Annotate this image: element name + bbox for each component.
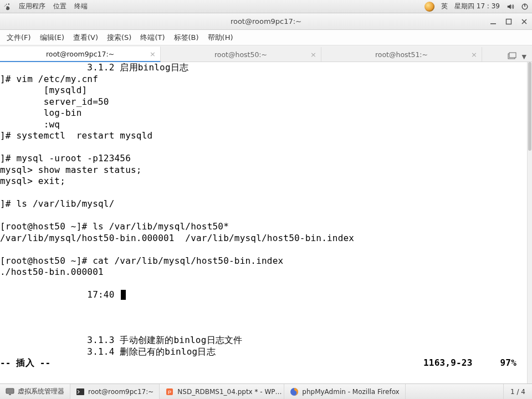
gnome-foot-icon <box>3 3 11 11</box>
task-terminal[interactable]: root@room9pc17:~ <box>70 384 160 399</box>
terminal-line: ]# vim /etc/my.cnf <box>0 74 526 85</box>
terminal-line: mysql> exit; <box>0 176 526 187</box>
menu-help[interactable]: 帮助(H) <box>203 31 238 44</box>
svg-rect-6 <box>6 388 14 393</box>
terminal-line <box>0 278 526 290</box>
task-firefox[interactable]: phpMyAdmin - Mozilla Firefox <box>284 384 405 399</box>
tabbar: root@room9pc17:~ × root@host50:~ × root@… <box>0 45 532 62</box>
menu-places[interactable]: 位置 <box>53 2 66 11</box>
tab-label: root@host51:~ <box>375 50 428 59</box>
terminal-line: [root@host50 ~]# cat /var/lib/mysql/host… <box>0 255 526 267</box>
svg-rect-7 <box>9 394 11 395</box>
monitor-icon <box>6 387 14 396</box>
task-label: phpMyAdmin - Mozilla Firefox <box>302 388 399 396</box>
volume-icon[interactable] <box>507 3 514 11</box>
terminal-line <box>0 210 526 222</box>
tab-host50[interactable]: root@host50:~ × <box>161 47 321 62</box>
tab-label: root@room9pc17:~ <box>46 50 114 58</box>
terminal-line: ]# ls /var/lib/mysql/ <box>0 198 526 210</box>
terminal-line: :wq <box>0 119 526 131</box>
vim-mode: -- 插入 -- <box>0 357 50 369</box>
tab-room9pc17[interactable]: root@room9pc17:~ × <box>0 47 161 62</box>
window-close-button[interactable] <box>520 17 529 26</box>
scrollbar-thumb[interactable] <box>528 62 531 151</box>
terminal-line: 3.1.4 删除已有的binlog日志 <box>0 346 526 358</box>
terminal-icon <box>76 387 85 396</box>
menu-view[interactable]: 查看(V) <box>69 31 103 44</box>
workspace-indicator: 1 / 4 <box>510 388 525 396</box>
terminal-line: 3.1.3 手动创建新的binlog日志文件 <box>0 335 526 346</box>
window-title: root@room9pc17:~ <box>231 17 301 25</box>
menu-applications[interactable]: 应用程序 <box>19 2 45 11</box>
svg-rect-3 <box>507 19 511 24</box>
chevron-down-icon[interactable]: ▼ <box>522 53 526 60</box>
terminal-line <box>0 142 526 154</box>
terminal-line: 3.1.2 启用binlog日志 <box>0 62 526 74</box>
task-virt-manager[interactable]: 虚拟系统管理器 <box>0 384 70 399</box>
terminal-line: server_id=50 <box>0 96 526 108</box>
menu-terminal[interactable]: 终端(T) <box>136 31 169 44</box>
gnome-top-panel: 应用程序 位置 终端 英 星期四 17 : 39 <box>0 0 532 13</box>
terminal-line: ]# mysql -uroot -p123456 <box>0 153 526 165</box>
vim-statusline: -- 插入 --1163,9-2397% <box>0 357 526 369</box>
terminal-line <box>0 244 526 255</box>
terminal-line <box>0 301 526 313</box>
svg-text:P: P <box>168 390 171 395</box>
close-icon[interactable]: × <box>310 50 316 59</box>
presentation-icon: P <box>165 387 174 396</box>
svg-rect-8 <box>76 388 84 395</box>
terminal-line: 17:40 <box>0 289 526 301</box>
terminal-line <box>0 312 526 324</box>
clock[interactable]: 星期四 17 : 39 <box>454 2 500 11</box>
ime-indicator[interactable]: 英 <box>441 2 448 11</box>
new-tab-icon[interactable] <box>508 52 516 62</box>
menu-file[interactable]: 文件(F) <box>2 31 35 44</box>
menubar: 文件(F) 编辑(E) 查看(V) 搜索(S) 终端(T) 标签(B) 帮助(H… <box>0 30 532 45</box>
terminal-window: root@room9pc17:~ 文件(F) 编辑(E) 查看(V) 搜索(S)… <box>0 13 532 383</box>
task-wps[interactable]: P NSD_RDBMS1_04.pptx * - WP… <box>160 384 284 399</box>
close-icon[interactable]: × <box>150 50 156 58</box>
menu-tabs[interactable]: 标签(B) <box>170 31 203 44</box>
svg-rect-2 <box>490 23 496 24</box>
task-label: 虚拟系统管理器 <box>18 387 64 396</box>
firefox-icon <box>290 387 299 396</box>
vim-scroll-pct: 97% <box>500 357 517 369</box>
menu-edit[interactable]: 编辑(E) <box>35 31 69 44</box>
notification-icon[interactable] <box>424 2 434 12</box>
window-maximize-button[interactable] <box>504 17 513 26</box>
scrollbar[interactable] <box>527 62 532 383</box>
terminal-line: [mysqld] <box>0 85 526 96</box>
tab-label: root@host50:~ <box>214 50 267 59</box>
menu-search[interactable]: 搜索(S) <box>103 31 136 44</box>
terminal-line: ]# systemctl restart mysqld <box>0 130 526 142</box>
svg-rect-5 <box>509 53 516 58</box>
terminal-line: [root@host50 ~]# ls /var/lib/mysql/host5… <box>0 221 526 233</box>
tab-host51[interactable]: root@host51:~ × <box>321 47 482 62</box>
terminal-line <box>0 187 526 199</box>
close-icon[interactable]: × <box>471 50 477 59</box>
terminal-line: mysql> show master status; <box>0 165 526 176</box>
task-label: NSD_RDBMS1_04.pptx * - WP… <box>177 388 282 396</box>
terminal-line: ./host50-bin.000001 <box>0 267 526 278</box>
menu-terminal[interactable]: 终端 <box>74 2 88 11</box>
terminal-line: /var/lib/mysql/host50-bin.000001 /var/li… <box>0 233 526 244</box>
terminal-viewport[interactable]: 3.1.2 启用binlog日志]# vim /etc/my.cnf [mysq… <box>0 62 532 383</box>
window-titlebar: root@room9pc17:~ <box>0 13 532 30</box>
window-minimize-button[interactable] <box>489 17 498 26</box>
gnome-taskbar: 虚拟系统管理器 root@room9pc17:~ P NSD_RDBMS1_04… <box>0 383 532 399</box>
task-label: root@room9pc17:~ <box>88 388 154 396</box>
vim-cursor-pos: 1163,9-23 <box>423 357 473 369</box>
terminal-line: log-bin <box>0 108 526 119</box>
power-icon[interactable] <box>521 3 529 11</box>
terminal-line <box>0 324 526 335</box>
cursor <box>121 290 126 300</box>
workspace-switcher[interactable]: 1 / 4 <box>503 384 532 399</box>
